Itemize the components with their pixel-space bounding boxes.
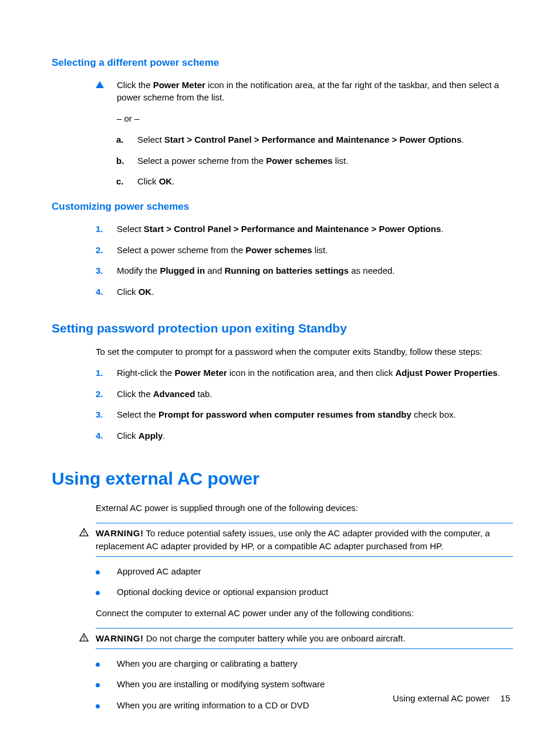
bullet-icon xyxy=(96,570,100,574)
warning-box-1: WARNING! To reduce potential safety issu… xyxy=(96,523,513,557)
marker-4: 4. xyxy=(96,285,117,298)
pw-step-1: 1. Right-click the Power Meter icon in t… xyxy=(96,367,513,379)
bullet-icon xyxy=(96,704,100,708)
step-c: c. Click OK. xyxy=(116,175,513,188)
page-footer: Using external AC power 15 xyxy=(393,692,510,705)
pw-step-4: 4. Click Apply. xyxy=(96,429,513,442)
bullet-3: When you are charging or calibrating a b… xyxy=(96,657,513,670)
marker-3: 3. xyxy=(96,264,117,277)
page-number: 15 xyxy=(500,693,510,703)
warning-icon xyxy=(79,632,96,645)
step-3: 3. Modify the Plugged in and Running on … xyxy=(96,264,513,277)
step-a: a. Select Start > Control Panel > Perfor… xyxy=(116,133,513,146)
marker-1: 1. xyxy=(96,223,117,236)
heading-customizing-schemes: Customizing power schemes xyxy=(52,200,513,214)
warning-label: WARNING! xyxy=(96,633,144,643)
bullet-2: Optional docking device or optional expa… xyxy=(96,586,513,599)
bullet-1: Approved AC adapter xyxy=(96,565,513,578)
bullet-icon xyxy=(96,683,100,687)
warning-text: To reduce potential safety issues, use o… xyxy=(96,528,490,551)
marker-2: 2. xyxy=(96,244,117,257)
step-b: b. Select a power scheme from the Power … xyxy=(116,154,513,167)
warning-box-2: WARNING! Do not charge the computer batt… xyxy=(96,628,513,649)
bullet-icon xyxy=(96,591,100,595)
marker-2: 2. xyxy=(96,388,117,401)
heading-ac-power: Using external AC power xyxy=(52,466,513,492)
or-separator: – or – xyxy=(96,112,513,125)
step-triangle: Click the Power Meter icon in the notifi… xyxy=(96,79,513,105)
step-text: Click the Power Meter icon in the notifi… xyxy=(117,79,513,105)
marker-3: 3. xyxy=(96,408,117,421)
bullet-4: When you are installing or modifying sys… xyxy=(96,678,513,691)
footer-section: Using external AC power xyxy=(393,693,490,703)
bullet-icon xyxy=(96,663,100,667)
marker-a: a. xyxy=(116,133,137,146)
svg-point-3 xyxy=(83,639,85,640)
ac-intro-2: Connect the computer to external AC powe… xyxy=(96,607,513,620)
triangle-icon xyxy=(96,81,104,88)
intro-text: To set the computer to prompt for a pass… xyxy=(96,345,513,358)
marker-1: 1. xyxy=(96,367,117,379)
warning-icon xyxy=(79,527,96,540)
marker-4: 4. xyxy=(96,429,117,442)
step-2: 2. Select a power scheme from the Power … xyxy=(96,244,513,257)
marker-b: b. xyxy=(116,154,137,167)
pw-step-2: 2. Click the Advanced tab. xyxy=(96,388,513,401)
ac-intro: External AC power is supplied through on… xyxy=(96,502,513,515)
heading-selecting-scheme: Selecting a different power scheme xyxy=(52,56,513,70)
pw-step-3: 3. Select the Prompt for password when c… xyxy=(96,408,513,421)
heading-password-protection: Setting password protection upon exiting… xyxy=(52,320,513,337)
step-4: 4. Click OK. xyxy=(96,285,513,298)
step-1: 1. Select Start > Control Panel > Perfor… xyxy=(96,223,513,236)
warning-text: Do not charge the computer battery while… xyxy=(144,633,406,643)
warning-label: WARNING! xyxy=(96,528,144,538)
marker-c: c. xyxy=(116,175,137,188)
svg-point-1 xyxy=(83,535,85,536)
